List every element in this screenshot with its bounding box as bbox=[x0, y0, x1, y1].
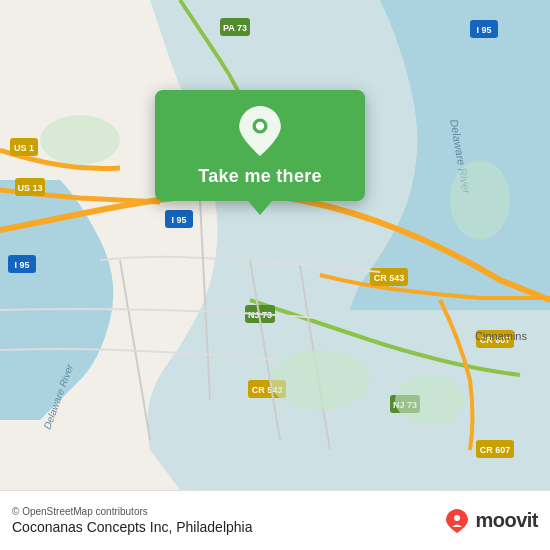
svg-text:Cinnamins: Cinnamins bbox=[475, 330, 527, 342]
bottom-info: © OpenStreetMap contributors Coconanas C… bbox=[12, 506, 253, 535]
moovit-icon bbox=[443, 507, 471, 535]
svg-text:US 1: US 1 bbox=[14, 143, 34, 153]
location-name: Coconanas Concepts Inc, Philadelphia bbox=[12, 519, 253, 535]
moovit-brand-text: moovit bbox=[475, 509, 538, 532]
moovit-logo: moovit bbox=[443, 507, 538, 535]
svg-point-31 bbox=[270, 350, 370, 410]
svg-text:I 95: I 95 bbox=[171, 215, 186, 225]
svg-point-35 bbox=[256, 122, 264, 130]
bottom-bar: © OpenStreetMap contributors Coconanas C… bbox=[0, 490, 550, 550]
location-pin-icon bbox=[235, 106, 285, 156]
svg-point-33 bbox=[450, 160, 510, 240]
svg-text:US 13: US 13 bbox=[17, 183, 42, 193]
map-container: I 95 I 95 I 95 US 1 US 13 US 13 PA 73 NJ… bbox=[0, 0, 550, 490]
svg-text:CR 543: CR 543 bbox=[374, 273, 405, 283]
take-me-there-button[interactable]: Take me there bbox=[198, 166, 322, 187]
svg-point-36 bbox=[454, 515, 460, 521]
svg-text:CR 607: CR 607 bbox=[480, 445, 511, 455]
svg-point-30 bbox=[40, 115, 120, 165]
svg-point-32 bbox=[395, 375, 465, 425]
osm-attribution: © OpenStreetMap contributors bbox=[12, 506, 253, 517]
svg-text:I 95: I 95 bbox=[476, 25, 491, 35]
svg-text:I 95: I 95 bbox=[14, 260, 29, 270]
popup-card: Take me there bbox=[155, 90, 365, 201]
map-background: I 95 I 95 I 95 US 1 US 13 US 13 PA 73 NJ… bbox=[0, 0, 550, 490]
svg-text:PA 73: PA 73 bbox=[223, 23, 247, 33]
